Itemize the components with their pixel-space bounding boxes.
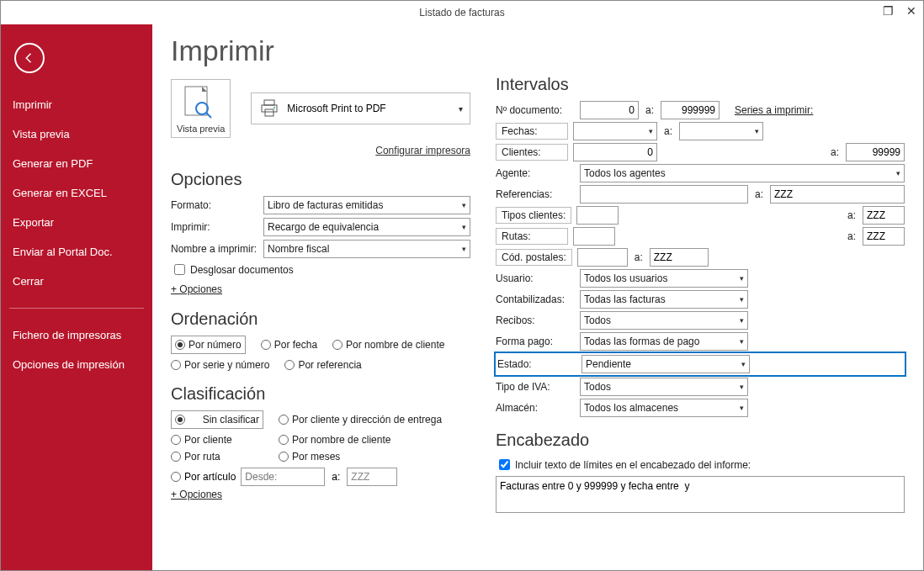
clasificacion-radio-0[interactable]: Sin clasificar [171,410,263,429]
window-title: Listado de facturas [419,7,504,19]
clasificacion-radio-5[interactable]: Por meses [279,451,464,463]
printer-icon [258,98,280,119]
ordenacion-radio-1[interactable]: Por fecha [261,336,317,354]
page-title: Imprimir [171,34,470,67]
intervalos-title: Intervalos [496,75,905,94]
a-label: a: [662,125,674,137]
chevron-down-icon: ▾ [740,337,744,346]
encabezado-textarea[interactable] [496,476,905,513]
clasificacion-radio-3[interactable]: Por nombre de cliente [279,434,464,446]
rutas-button[interactable]: Rutas: [496,228,568,245]
tipoiva-select[interactable]: Todos▾ [580,378,748,396]
tipoiva-label: Tipo de IVA: [496,381,575,393]
desglosar-label: Desglosar documentos [190,264,294,276]
cp-to-input[interactable] [650,248,709,267]
sidebar-item-opciones-impresion[interactable]: Opciones de impresión [9,350,144,379]
sidebar-item-fichero-impresoras[interactable]: Fichero de impresoras [9,320,144,350]
clasif-a-label: a: [330,471,342,483]
chevron-down-icon: ▾ [462,223,466,231]
back-button[interactable] [14,43,45,73]
agente-select[interactable]: Todos los agentes▾ [580,164,905,182]
chevron-down-icon: ▾ [755,127,759,135]
encabezado-checkbox-label: Incluir texto de límites en el encabezad… [515,459,751,471]
formapago-select[interactable]: Todas las formas de pago▾ [580,332,748,351]
sidebar-item-cerrar[interactable]: Cerrar [9,267,144,296]
ndoc-to-input[interactable] [661,101,720,119]
svg-point-1 [196,103,208,114]
svg-rect-2 [264,100,274,105]
a-label: a: [633,251,645,263]
fecha-from-select[interactable]: ▾ [573,122,657,140]
encabezado-checkbox[interactable] [499,459,510,470]
ndoc-from-input[interactable] [580,101,639,119]
ordenacion-radio-2[interactable]: Por nombre de cliente [332,336,444,354]
estado-select[interactable]: Pendiente▾ [581,355,750,373]
ordenacion-radio-3[interactable]: Por serie y número [171,359,269,371]
window-restore-icon[interactable]: ❐ [879,4,896,18]
cp-button[interactable]: Cód. postales: [496,249,572,266]
sidebar-item-imprimir[interactable]: Imprimir [9,90,144,119]
chevron-down-icon: ▾ [741,360,746,368]
series-link[interactable]: Series a imprimir: [735,104,813,116]
a-label: a: [644,104,656,116]
clasificacion-por-articulo[interactable]: Por artículo [171,471,236,483]
printer-name: Microsoft Print to PDF [287,103,385,114]
opciones-plus-link[interactable]: + Opciones [171,283,222,295]
nombre-select[interactable]: Nombre fiscal▾ [263,240,470,258]
cp-from-input[interactable] [577,248,628,267]
encabezado-title: Encabezado [496,431,905,450]
usuario-select[interactable]: Todos los usuarios▾ [580,269,748,288]
sidebar-item-generar-pdf[interactable]: Generar en PDF [9,149,144,178]
clasif-desde-input[interactable] [241,468,325,486]
recibos-label: Recibos: [496,315,575,326]
usuario-label: Usuario: [496,272,575,284]
printer-select[interactable]: Microsoft Print to PDF ▾ [251,93,470,124]
configure-printer-link[interactable]: Configurar impresora [375,145,470,156]
a-label: a: [753,188,765,200]
ordenacion-radio-0[interactable]: Por número [171,336,246,354]
imprimir-select[interactable]: Recargo de equivalencia▾ [263,218,470,236]
clientes-to-input[interactable] [846,143,905,161]
fechas-button[interactable]: Fechas: [496,123,568,140]
rutas-to-input[interactable] [863,227,905,246]
sidebar-item-exportar[interactable]: Exportar [9,208,144,237]
estado-row-highlight: Estado: Pendiente▾ [496,353,905,375]
clasificacion-radio-4[interactable]: Por ruta [171,451,263,463]
chevron-down-icon: ▾ [459,104,463,114]
clasificacion-radio-2[interactable]: Por cliente [171,434,263,446]
contab-select[interactable]: Todas las facturas▾ [580,290,748,309]
tipos-button[interactable]: Tipos clientes: [496,207,571,224]
recibos-select[interactable]: Todos▾ [580,311,748,330]
formato-label: Formato: [171,199,263,211]
vista-previa-button[interactable]: Vista previa [171,79,231,138]
window-close-icon[interactable]: ✕ [903,4,920,18]
clasif-a-input[interactable] [347,468,397,486]
rutas-from-input[interactable] [573,227,615,246]
desglosar-checkbox[interactable] [174,264,185,275]
a-label: a: [829,146,841,158]
svg-rect-4 [265,109,273,116]
ref-from-input[interactable] [580,185,748,204]
clientes-from-input[interactable] [573,143,657,161]
chevron-down-icon: ▾ [462,245,466,253]
tipos-from-input[interactable] [576,206,619,225]
nombre-label: Nombre a imprimir: [171,243,263,255]
clasificacion-title: Clasificación [171,384,470,404]
sidebar-item-vista-previa[interactable]: Vista previa [9,119,144,149]
sidebar-item-enviar-portal[interactable]: Enviar al Portal Doc. [9,237,144,267]
clientes-button[interactable]: Clientes: [496,144,568,161]
clasificacion-plus-link[interactable]: + Opciones [171,489,222,500]
chevron-down-icon: ▾ [740,383,744,391]
almacen-select[interactable]: Todos los almacenes▾ [580,399,748,417]
tipos-to-input[interactable] [863,206,905,225]
sidebar-item-generar-excel[interactable]: Generar en EXCEL [9,178,144,208]
ordenacion-title: Ordenación [171,309,470,329]
ordenacion-radio-4[interactable]: Por referencia [284,359,361,371]
fecha-to-select[interactable]: ▾ [679,122,763,140]
ref-to-input[interactable] [770,185,905,204]
formato-select[interactable]: Libro de facturas emitidas▾ [263,196,470,214]
chevron-down-icon: ▾ [740,316,744,325]
clasificacion-radio-1[interactable]: Por cliente y dirección de entrega [279,410,464,429]
ref-label: Referencias: [496,188,575,200]
almacen-label: Almacén: [496,402,575,414]
